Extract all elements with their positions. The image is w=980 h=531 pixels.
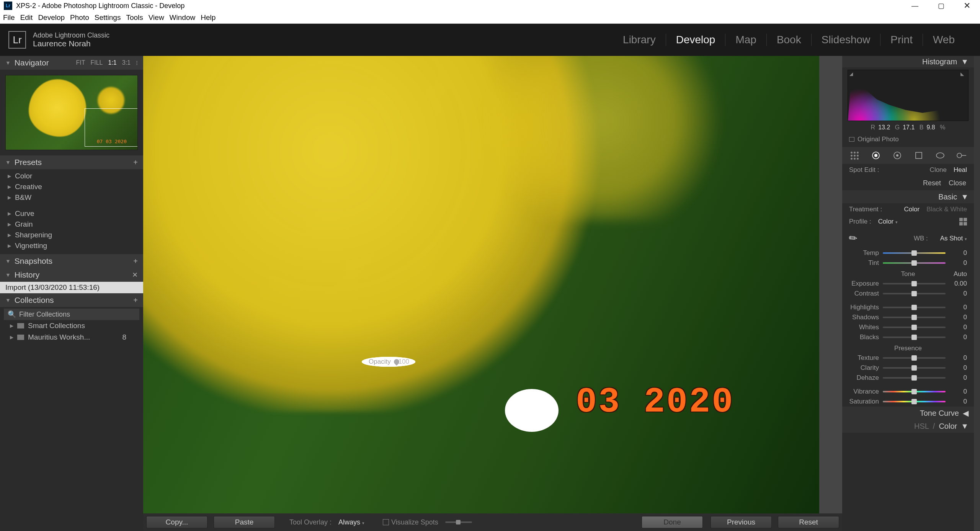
collections-filter[interactable]: 🔍 Filter Collections (4, 309, 139, 320)
treatment-bw[interactable]: Black & White (926, 206, 967, 213)
tone-curve-header[interactable]: Tone Curve◀ (842, 407, 974, 420)
snapshots-add-icon[interactable]: + (133, 257, 138, 266)
presets-add-icon[interactable]: + (133, 158, 138, 167)
profile-row[interactable]: Profile : Color ▾ (842, 216, 974, 230)
done-button[interactable]: Done (642, 516, 703, 528)
window-minimize[interactable]: — (902, 0, 928, 11)
navigator-header[interactable]: ▼ Navigator FIT FILL 1:1 3:1 ⁝ (0, 56, 143, 70)
auto-tone-button[interactable]: Auto (954, 270, 967, 278)
menu-photo[interactable]: Photo (70, 13, 89, 22)
collection-item[interactable]: ▶ Smart Collections (0, 320, 143, 332)
whites-slider[interactable]: Whites0 (842, 322, 974, 332)
grad-filter-tool-icon[interactable] (913, 149, 925, 162)
menu-view[interactable]: View (149, 13, 164, 22)
highlights-slider[interactable]: Highlights0 (842, 302, 974, 312)
reset-button[interactable]: Reset (778, 516, 839, 528)
dehaze-slider[interactable]: Dehaze0 (842, 373, 974, 383)
image-view[interactable]: 03 2020 (143, 56, 819, 513)
temp-slider[interactable]: Temp0 (842, 248, 974, 258)
highlight-clip-icon[interactable]: ◣ (960, 71, 967, 77)
preset-group[interactable]: ▶Creative (0, 181, 143, 192)
copy-button[interactable]: Copy... (146, 516, 207, 528)
menu-help[interactable]: Help (201, 13, 216, 22)
right-panel-scrollbar[interactable] (974, 56, 980, 531)
menu-develop[interactable]: Develop (38, 13, 65, 22)
tint-slider[interactable]: Tint0 (842, 258, 974, 268)
module-print[interactable]: Print (880, 34, 923, 46)
contrast-slider[interactable]: Contrast0 (842, 289, 974, 299)
clarity-slider[interactable]: Clarity0 (842, 363, 974, 373)
exposure-slider[interactable]: Exposure0.00 (842, 279, 974, 289)
history-entry[interactable]: Import (13/03/2020 11:53:16) (0, 282, 143, 293)
image-datestamp: 03 2020 (576, 382, 734, 422)
preset-group[interactable]: ▶Sharpening (0, 230, 143, 240)
collections-header[interactable]: ▼ Collections + (0, 293, 143, 307)
preset-group[interactable]: ▶Grain (0, 219, 143, 230)
presets-header[interactable]: ▼ Presets + (0, 155, 143, 169)
module-develop[interactable]: Develop (666, 34, 725, 46)
zoom-fill[interactable]: FILL (90, 59, 103, 67)
window-maximize[interactable]: ▢ (928, 0, 954, 11)
preset-group[interactable]: ▶B&W (0, 192, 143, 203)
preset-group[interactable]: ▶Color (0, 171, 143, 181)
spot-edit-label: Spot Edit : (849, 166, 879, 174)
crop-tool-icon[interactable] (848, 149, 861, 162)
zoom-1to1[interactable]: 1:1 (108, 59, 117, 67)
module-slideshow[interactable]: Slideshow (811, 34, 880, 46)
spot-close-button[interactable]: Close (949, 179, 966, 187)
spot-mode-clone[interactable]: Clone (930, 166, 947, 174)
navigator-thumbnail[interactable]: 07 03 2020 (5, 75, 138, 150)
paste-button[interactable]: Paste (214, 516, 275, 528)
preset-group[interactable]: ▶Curve (0, 208, 143, 219)
shadow-clip-icon[interactable]: ◢ (849, 71, 856, 77)
wb-preset-menu[interactable]: As Shot ▾ (940, 235, 967, 242)
shadows-slider[interactable]: Shadows0 (842, 312, 974, 322)
heal-spot-overlay[interactable] (505, 389, 559, 432)
profile-browser-icon[interactable] (959, 218, 967, 225)
saturation-slider[interactable]: Saturation0 (842, 397, 974, 407)
snapshots-header[interactable]: ▼ Snapshots + (0, 254, 143, 268)
module-web[interactable]: Web (923, 34, 965, 46)
original-photo-toggle[interactable]: Original Photo (842, 134, 974, 147)
module-library[interactable]: Library (613, 34, 666, 46)
tool-overlay-value[interactable]: Always ▾ (338, 518, 364, 526)
module-map[interactable]: Map (725, 34, 766, 46)
menu-edit[interactable]: Edit (20, 13, 33, 22)
menu-window[interactable]: Window (170, 13, 196, 22)
collection-item[interactable]: ▶ Mauritius Worksh... 8 (0, 332, 143, 343)
wb-dropper-icon[interactable]: ✎ (846, 231, 861, 246)
window-close[interactable]: ✕ (954, 0, 980, 11)
spot-reset-button[interactable]: Reset (923, 179, 941, 187)
collections-title: Collections (15, 296, 54, 305)
centre-area: 03 2020 Copy... Paste Tool Overlay : Alw… (143, 56, 842, 531)
spot-mode-heal[interactable]: Heal (954, 166, 967, 174)
treatment-color[interactable]: Color (904, 206, 920, 213)
visualize-spots-toggle[interactable]: Visualize Spots (383, 518, 438, 526)
spot-removal-tool-icon[interactable] (870, 149, 882, 162)
zoom-fit[interactable]: FIT (76, 59, 85, 67)
svg-point-3 (896, 154, 898, 157)
menu-tools[interactable]: Tools (126, 13, 143, 22)
hsl-color-header[interactable]: HSL/Color ▼ (842, 420, 974, 433)
zoom-menu-icon[interactable]: ⁝ (136, 59, 138, 67)
history-clear-icon[interactable]: ✕ (132, 271, 138, 279)
preset-group[interactable]: ▶Vignetting (0, 240, 143, 251)
menu-file[interactable]: File (3, 13, 15, 22)
menu-settings[interactable]: Settings (95, 13, 121, 22)
visualize-threshold-slider[interactable] (445, 521, 472, 523)
module-book[interactable]: Book (766, 34, 811, 46)
collections-add-icon[interactable]: + (133, 296, 138, 305)
histogram-header[interactable]: Histogram ▼ (842, 56, 974, 67)
brush-tool-icon[interactable] (956, 149, 968, 162)
radial-filter-tool-icon[interactable] (934, 149, 946, 162)
history-header[interactable]: ▼ History ✕ (0, 268, 143, 282)
previous-button[interactable]: Previous (710, 516, 772, 528)
identity-user: Laurence Norah (33, 39, 109, 48)
histogram-graph[interactable]: ◢ ◣ (848, 70, 969, 121)
basic-header[interactable]: Basic ▼ (842, 190, 974, 203)
texture-slider[interactable]: Texture0 (842, 353, 974, 363)
zoom-custom[interactable]: 3:1 (122, 59, 131, 67)
blacks-slider[interactable]: Blacks0 (842, 332, 974, 342)
vibrance-slider[interactable]: Vibrance0 (842, 387, 974, 397)
redeye-tool-icon[interactable] (891, 149, 903, 162)
